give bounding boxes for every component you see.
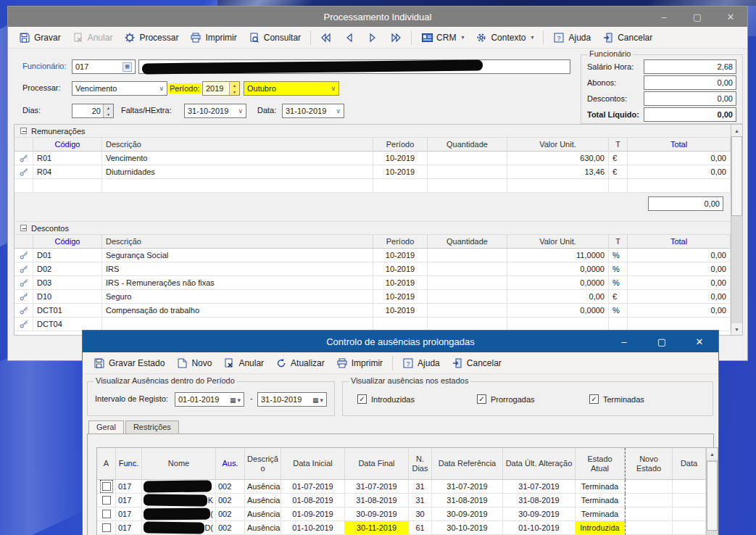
scroll-down-icon[interactable]: ▼	[731, 323, 742, 335]
cell-valor[interactable]: 0,00	[507, 290, 609, 304]
faltas-date-select[interactable]: 31-10-2019 ∨	[184, 104, 246, 118]
column-header[interactable]: Quantidade	[428, 235, 507, 249]
column-header[interactable]: Data Final	[345, 448, 409, 480]
funcionario-input[interactable]: 017 ▦	[72, 59, 136, 74]
cell-n-dias[interactable]: 30	[409, 507, 432, 521]
column-header[interactable]: Período	[373, 138, 428, 152]
table-row[interactable]: R04 Diuturnidades 10-2019 13,46 € 0,00	[14, 165, 731, 179]
cell-codigo[interactable]: D10	[33, 290, 102, 304]
anular-button[interactable]: Anular	[67, 29, 118, 46]
column-header[interactable]: Aus.	[216, 448, 245, 480]
cell-data-inicial[interactable]: 01-10-2019	[281, 521, 345, 535]
cell-quantidade[interactable]	[428, 165, 507, 179]
cell-periodo[interactable]: 10-2019	[373, 262, 428, 276]
cell-valor[interactable]: 13,46	[507, 165, 609, 179]
column-header[interactable]: Código	[33, 235, 102, 249]
cell-nome[interactable]: (	[142, 507, 216, 521]
close-button[interactable]: ✕	[714, 7, 747, 27]
scroll-up-icon[interactable]: ▲	[731, 125, 742, 136]
cell-novo-estado[interactable]	[625, 480, 673, 494]
cell-t[interactable]: %	[609, 262, 628, 276]
cell-quantidade[interactable]	[428, 304, 507, 318]
imprimir-button[interactable]: Imprimir	[185, 29, 241, 46]
cell-descricao[interactable]: Ausência	[245, 480, 281, 494]
column-header[interactable]: Código	[33, 138, 102, 152]
cell-descricao[interactable]: Compensação do trabalho	[102, 304, 373, 318]
cell-total[interactable]: 0,00	[628, 152, 731, 165]
cell-descricao[interactable]: Seguro	[102, 290, 373, 304]
checkbox-checked-icon[interactable]: ✓	[477, 394, 486, 404]
funcionario-nome-input[interactable]	[138, 59, 570, 74]
titlebar[interactable]: Processamento Individual – ▢ ✕	[8, 7, 747, 27]
scroll-up-icon[interactable]: ▲	[707, 448, 718, 460]
minimize-button[interactable]: –	[605, 331, 643, 352]
table-row[interactable]: DCT01 Compensação do trabalho 10-2019 0,…	[14, 304, 731, 318]
column-header[interactable]: Valor Unit.	[507, 235, 609, 249]
cell-descricao[interactable]: Ausência	[245, 507, 281, 521]
cell-data[interactable]	[673, 480, 706, 494]
cell-t[interactable]: €	[609, 165, 628, 179]
cell-nome[interactable]: K	[142, 494, 216, 507]
cancelar-button[interactable]: Cancelar	[446, 354, 507, 372]
spinner-buttons[interactable]: ▲▼	[229, 82, 239, 95]
tab-geral[interactable]: Geral	[88, 420, 124, 434]
column-header[interactable]: Func.	[116, 448, 142, 480]
processar-button[interactable]: Processar	[119, 29, 183, 46]
cell-aus[interactable]: 002	[216, 507, 245, 521]
column-header[interactable]: Valor Unit.	[507, 138, 609, 152]
date-from-input[interactable]: 01-01-2019 ▦▾	[175, 392, 244, 407]
gravar-button[interactable]: Gravar	[14, 29, 66, 46]
cell-quantidade[interactable]	[428, 290, 507, 304]
cell-aus[interactable]: 002	[216, 480, 245, 494]
cell-t[interactable]: %	[609, 249, 628, 262]
table-row[interactable]: D03 IRS - Remunerações não fixas 10-2019…	[14, 276, 731, 290]
row-checkbox[interactable]	[102, 523, 111, 532]
column-header[interactable]: Descrição	[102, 235, 373, 249]
cell-total[interactable]: 0,00	[628, 276, 731, 290]
cell-quantidade[interactable]	[428, 262, 507, 276]
column-header[interactable]: T	[609, 235, 628, 249]
cell-data[interactable]	[673, 494, 706, 507]
row-checkbox[interactable]	[102, 482, 111, 491]
cell-nome[interactable]	[142, 480, 216, 494]
cell-valor[interactable]: 0,0000	[507, 262, 609, 276]
cell-descricao[interactable]: Ausência	[245, 521, 281, 535]
cell-descricao[interactable]: IRS - Remunerações não fixas	[102, 276, 373, 290]
table-row[interactable]: D10 Seguro 10-2019 0,00 € 0,00	[14, 290, 731, 304]
cell-descricao[interactable]: IRS	[102, 262, 373, 276]
cell-estado-atual[interactable]: Terminada	[576, 480, 625, 494]
column-header[interactable]: Novo Estado	[625, 448, 673, 480]
nav-next-button[interactable]	[362, 29, 383, 46]
cell-descricao[interactable]: Diuturnidades	[102, 165, 373, 179]
cell-func[interactable]: 017	[116, 507, 142, 521]
novo-button[interactable]: Novo	[171, 354, 217, 372]
cell-n-dias[interactable]: 31	[409, 494, 432, 507]
table-row[interactable]: 017 ( 002 Ausência 01-09-2019 30-09-2019…	[97, 507, 706, 521]
tab-restricoes[interactable]: Restrições	[125, 420, 179, 434]
cell-estado-atual[interactable]: Terminada	[576, 507, 625, 521]
periodo-month-select[interactable]: Outubro ∨	[244, 81, 339, 96]
cell-periodo[interactable]: 10-2019	[373, 152, 428, 165]
dias-spinner[interactable]: 20 ▲▼	[72, 104, 114, 118]
imprimir-button[interactable]: Imprimir	[331, 354, 388, 372]
table-row[interactable]: 017 K 002 Ausência 01-08-2019 31-08-2019…	[97, 494, 706, 507]
cell-func[interactable]: 017	[116, 494, 142, 507]
cell-valor[interactable]: 0,0000	[507, 276, 609, 290]
cell-codigo[interactable]: D02	[33, 262, 102, 276]
cell-data-inicial[interactable]: 01-09-2019	[281, 507, 345, 521]
maximize-button[interactable]: ▢	[681, 7, 714, 27]
date-to-input[interactable]: 31-10-2019 ▦▾	[257, 392, 327, 407]
cell-descricao[interactable]: Vencimento	[102, 152, 373, 165]
cell-data[interactable]	[673, 507, 706, 521]
collapse-icon[interactable]	[20, 225, 27, 231]
ajuda-button[interactable]: ? Ajuda	[548, 29, 596, 46]
cell-quantidade[interactable]	[428, 249, 507, 262]
checkbox-terminadas[interactable]: ✓ Terminadas	[589, 394, 644, 404]
cell-data-ult-alteracao[interactable]: 01-10-2019	[503, 521, 576, 535]
checkbox-prorrogadas[interactable]: ✓ Prorrogadas	[477, 394, 535, 404]
gravar-estado-button[interactable]: Gravar Estado	[88, 354, 170, 372]
column-header[interactable]: N. Dias	[409, 448, 432, 480]
cell-total[interactable]: 0,00	[628, 304, 731, 318]
cell-periodo[interactable]: 10-2019	[373, 165, 428, 179]
column-header[interactable]: Descrição	[102, 138, 373, 152]
